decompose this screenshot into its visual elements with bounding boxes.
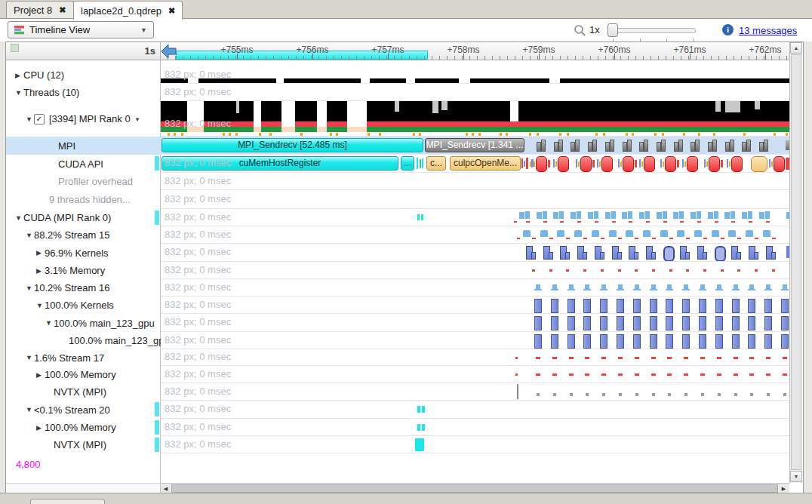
pan-left-arrow-icon[interactable] xyxy=(161,44,177,59)
event-mark xyxy=(680,221,684,223)
timeline-row-96-9-kernels[interactable]: 832 px; 0 msec xyxy=(161,244,789,262)
cuda-api-event-bar-small[interactable]: ... xyxy=(401,156,414,171)
vertical-scrollbar[interactable]: ▲ ▼ xyxy=(789,42,802,483)
event-mark xyxy=(629,221,632,223)
expander-expand-icon[interactable]: ▶ xyxy=(36,371,45,379)
expander-expand-icon[interactable]: ▶ xyxy=(36,267,45,275)
event-mark xyxy=(765,211,770,219)
stream16-mark xyxy=(764,289,772,290)
expander-expand-icon[interactable]: ▶ xyxy=(36,424,45,432)
tab-project-8[interactable]: Project 8✖ xyxy=(6,1,74,18)
magnifier-icon xyxy=(574,24,586,37)
tab-close-icon[interactable]: ✖ xyxy=(168,6,175,16)
horizontal-scrollbar[interactable]: ◀ ▶ xyxy=(161,483,789,493)
expander-collapse-icon[interactable]: ▼ xyxy=(26,232,34,239)
row-size-label: 832 px; 0 msec xyxy=(165,334,231,346)
cuda-api-event-bar-ipc[interactable]: culpcOpenMe... xyxy=(450,156,521,171)
row-size-label: 832 px; 0 msec xyxy=(165,351,231,362)
tab-close-icon[interactable]: ✖ xyxy=(59,5,66,15)
timeline-row-profiler-overhead[interactable]: 832 px; 0 msec xyxy=(161,173,789,190)
timeline-row-nvtx-mpi-[interactable]: 832 px; 0 msec xyxy=(161,383,789,401)
timeline-row-1-6-stream-17[interactable]: 832 px; 0 msec xyxy=(161,349,789,366)
scroll-right-button[interactable]: ▶ xyxy=(779,484,789,493)
expander-collapse-icon[interactable]: ▼ xyxy=(26,115,34,123)
expander-collapse-icon[interactable]: ▼ xyxy=(26,284,34,292)
timeline-row-100-0-memory[interactable]: 832 px; 0 msec xyxy=(161,419,789,436)
expander-collapse-icon[interactable]: ▼ xyxy=(26,354,34,361)
memory-op-mark xyxy=(684,357,688,359)
row-size-label: 832 px; 0 msec xyxy=(165,69,231,80)
sidebar-item-label: [3394] MPI Rank 0 xyxy=(49,113,131,124)
thread-visibility-checkbox[interactable]: ✓ xyxy=(34,114,45,124)
event-mark xyxy=(583,238,587,239)
sidebar-item-88-2-stream-15[interactable]: ▼88.2% Stream 15 xyxy=(6,226,180,244)
event-count-label: 4,800 xyxy=(16,459,41,470)
sidebar-item-1-6-stream-17[interactable]: ▼1.6% Stream 17 xyxy=(6,349,180,366)
timeline-row-100-0-main-123-gpu[interactable]: 832 px; 0 msec xyxy=(161,314,789,332)
kernel-bar xyxy=(600,299,607,313)
scroll-down-button[interactable]: ▼ xyxy=(790,471,802,482)
expander-collapse-icon[interactable]: ▼ xyxy=(45,319,54,327)
sidebar-item-cuda-mpi-rank-0-[interactable]: ▼CUDA (MPI Rank 0) xyxy=(6,209,170,226)
timeline-row-cuda-api[interactable]: 832 px; 0 mseccuMemHostRegister...c...cu… xyxy=(161,155,789,173)
event-mark xyxy=(517,238,520,239)
timeline-row-100-0-main-123-gpu[interactable]: 832 px; 0 msec xyxy=(161,332,789,349)
timeline-row-100-0-kernels[interactable]: 832 px; 0 msec xyxy=(161,297,789,314)
scroll-left-button[interactable]: ◀ xyxy=(161,484,171,493)
sidebar-footer xyxy=(6,483,161,493)
sidebar-item-cpu-12-[interactable]: ▶CPU (12) xyxy=(6,66,170,84)
view-selector-dropdown[interactable]: Timeline View ▼ xyxy=(8,21,154,38)
timeline-row--3394-mpi-rank-0[interactable]: 832 px; 0 msec xyxy=(161,101,789,137)
expander-expand-icon[interactable]: ▶ xyxy=(36,249,45,257)
kernel-bar xyxy=(699,299,706,313)
memory-op-mark xyxy=(569,357,574,359)
timeline-row-3-1-memory[interactable]: 832 px; 0 msec xyxy=(161,262,789,279)
kernel-bar xyxy=(583,316,591,330)
event-mark xyxy=(704,159,706,167)
timeline-row-threads-10-[interactable]: 832 px; 0 msec xyxy=(161,84,789,101)
thread-options-caret-icon[interactable]: ▾ xyxy=(136,115,140,123)
expander-expand-icon[interactable]: ▶ xyxy=(15,72,23,79)
scroll-up-button[interactable]: ▲ xyxy=(790,42,802,54)
kernel-bar xyxy=(732,299,740,313)
timeline-row-cpu-12-[interactable]: 832 px; 0 msec xyxy=(161,66,789,84)
collapsed-panel-tab[interactable] xyxy=(30,499,105,504)
timeline-row-100-0-memory[interactable]: 832 px; 0 msec xyxy=(161,366,789,383)
cuda-api-event-bar-tan[interactable]: c... xyxy=(426,156,446,171)
nvtx-mark xyxy=(767,393,770,396)
sidebar-item--3394-mpi-rank-0[interactable]: ▼✓[3394] MPI Rank 0▾ xyxy=(6,101,180,137)
memory-op-mark xyxy=(772,269,775,272)
zoom-slider[interactable] xyxy=(608,28,696,33)
expander-collapse-icon[interactable]: ▼ xyxy=(26,406,34,413)
timeline-row-10-2-stream-16[interactable]: 832 px; 0 msec xyxy=(161,279,789,297)
timeline-row-nvtx-mpi-[interactable]: 832 px; 0 msec xyxy=(161,436,789,453)
ruler-corner: 1s xyxy=(6,42,161,60)
sidebar-item-threads-10-[interactable]: ▼Threads (10) xyxy=(6,84,170,101)
timeline-row-mpi[interactable]: 832 px; 0 msecMPI_Sendrecv [52.485 ms]MP… xyxy=(161,137,789,155)
event-mark xyxy=(367,121,789,127)
mpi-sendrecv-event-bar-2[interactable]: MPI_Sendrecv [1.341 ... xyxy=(425,138,524,152)
expander-collapse-icon[interactable]: ▼ xyxy=(15,214,23,222)
event-mark xyxy=(526,221,530,223)
timeline-row--0-1-stream-20[interactable]: 832 px; 0 msec xyxy=(161,401,789,419)
tab-laplace2d-0-qdrep[interactable]: laplace2d_0.qdrep✖ xyxy=(73,1,183,20)
vertical-scrollbar-thumb[interactable] xyxy=(791,54,801,470)
kernel-event xyxy=(565,252,570,260)
expander-collapse-icon[interactable]: ▼ xyxy=(36,302,45,309)
timeline-row-cuda-mpi-rank-0-[interactable]: 832 px; 0 msec xyxy=(161,209,789,226)
zoom-slider-handle[interactable] xyxy=(607,23,618,37)
kernel-bar xyxy=(551,316,558,330)
time-ruler[interactable]: +755ms+756ms+757ms+758ms+759ms+760ms+761… xyxy=(161,42,789,60)
timeline-row-88-2-stream-15[interactable]: 832 px; 0 msec xyxy=(161,226,789,244)
nvtx-mark xyxy=(586,393,589,396)
sidebar-item-10-2-stream-16[interactable]: ▼10.2% Stream 16 xyxy=(6,279,180,297)
timeline-canvas[interactable]: 832 px; 0 msec832 px; 0 msec832 px; 0 ms… xyxy=(161,60,789,483)
event-mark xyxy=(261,121,281,127)
memory-op-mark xyxy=(734,373,738,376)
timeline-row-9-threads-hidden-[interactable]: 832 px; 0 msec xyxy=(161,190,789,209)
messages-link[interactable]: 13 messages xyxy=(739,25,797,36)
mpi-sendrecv-event-bar[interactable]: MPI_Sendrecv [52.485 ms] xyxy=(161,138,423,152)
nvtx-mark xyxy=(684,393,687,396)
horizontal-scrollbar-thumb[interactable] xyxy=(171,484,778,493)
expander-collapse-icon[interactable]: ▼ xyxy=(15,89,23,97)
